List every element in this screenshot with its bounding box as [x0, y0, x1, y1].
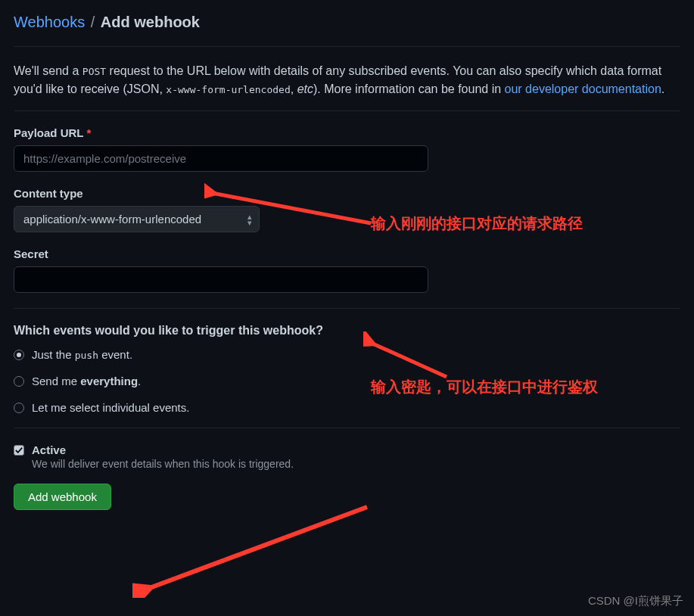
active-label: Active [32, 443, 294, 456]
watermark: CSDN @I煎饼果子 [588, 594, 683, 608]
secret-input[interactable] [14, 266, 428, 293]
active-description: We will deliver event details when this … [32, 458, 294, 470]
docs-link[interactable]: our developer documentation [505, 82, 661, 95]
content-type-select[interactable]: application/x-www-form-urlencoded [14, 206, 260, 232]
breadcrumb-current: Add webhook [101, 14, 200, 30]
divider [14, 46, 680, 47]
content-type-label: Content type [14, 187, 680, 200]
add-webhook-button[interactable]: Add webhook [14, 484, 111, 510]
annotation-text-2: 输入密匙，可以在接口中进行鉴权 [371, 377, 598, 397]
active-checkbox[interactable] [14, 445, 24, 456]
intro-text: We'll send a POST request to the URL bel… [14, 62, 680, 98]
radio-individual[interactable] [14, 403, 24, 413]
breadcrumb: Webhooks / Add webhook [14, 14, 680, 31]
divider [14, 428, 680, 428]
radio-everything[interactable] [14, 376, 24, 387]
annotation-text-1: 输入刚刚的接口对应的请求路径 [371, 213, 583, 234]
divider [14, 110, 680, 111]
breadcrumb-parent-link[interactable]: Webhooks [14, 14, 85, 30]
secret-label: Secret [14, 247, 680, 260]
payload-url-input[interactable] [14, 145, 428, 172]
divider [14, 308, 680, 309]
events-heading: Which events would you like to trigger t… [14, 324, 680, 338]
checkmark-icon [15, 446, 23, 454]
radio-just-push[interactable] [14, 350, 24, 360]
radio-individual-label[interactable]: Let me select individual events. [32, 401, 189, 414]
radio-just-push-label[interactable]: Just the push event. [32, 348, 132, 361]
radio-everything-label[interactable]: Send me everything. [32, 375, 141, 387]
payload-url-label: Payload URL* [14, 126, 680, 139]
breadcrumb-separator: / [91, 14, 95, 30]
